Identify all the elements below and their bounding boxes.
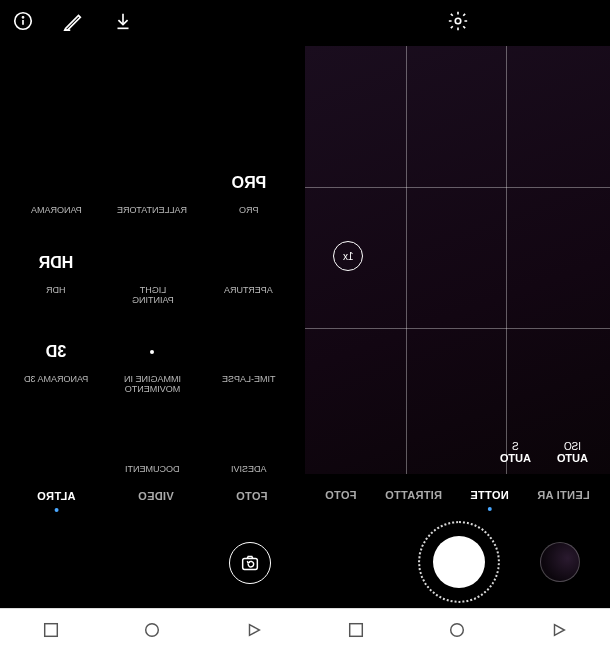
- mode-label: HDR: [46, 286, 66, 296]
- tab-lenti-ar[interactable]: LENTI AR: [535, 485, 592, 505]
- tab-foto[interactable]: FOTO: [234, 486, 270, 506]
- left-navbar: [0, 608, 305, 654]
- svg-marker-25: [250, 624, 260, 635]
- svg-rect-27: [350, 623, 363, 636]
- mode-label: PANORAMA 3D: [24, 375, 88, 385]
- liveimage-icon: [135, 335, 169, 369]
- slowmo-icon: [135, 166, 169, 200]
- mode-stickers[interactable]: ADESIVI: [201, 425, 297, 475]
- shutter-inner: [433, 536, 485, 588]
- panorama-icon: [39, 166, 73, 200]
- tab-ritratto[interactable]: RITRATTO: [383, 485, 444, 505]
- svg-marker-29: [555, 624, 565, 635]
- mode-lightpaint[interactable]: LIGHT PAINTING: [104, 246, 200, 306]
- mode-aperture[interactable]: APERTURA: [201, 246, 297, 306]
- mode-label: LIGHT PAINTING: [132, 286, 174, 306]
- document-icon: [135, 425, 169, 459]
- readout-shutter[interactable]: S AUTO: [500, 441, 531, 464]
- hdr-icon: HDR: [39, 246, 73, 280]
- mode-label: TIME-LAPSE: [222, 375, 276, 385]
- mode-label: IMMAGINE IN MOVIMENTO: [124, 375, 181, 395]
- readout-val: AUTO: [500, 452, 531, 464]
- zoom-indicator[interactable]: 1x: [333, 241, 363, 271]
- nav-recent-icon[interactable]: [42, 621, 60, 643]
- svg-point-14: [150, 350, 154, 354]
- aperture-icon: [232, 246, 266, 280]
- grid-line: [406, 46, 407, 474]
- nav-back-icon[interactable]: [245, 621, 263, 643]
- mode-pro[interactable]: PRO PRO: [201, 166, 297, 216]
- mode-label: PANORAMA: [31, 206, 82, 216]
- tab-video[interactable]: VIDEO: [136, 486, 176, 506]
- mode-panorama3d[interactable]: 3D PANORAMA 3D: [8, 335, 104, 395]
- mode-label: PRO: [239, 206, 259, 216]
- mode-label: APERTURA: [224, 286, 273, 296]
- pencil-icon[interactable]: [62, 10, 84, 36]
- mode-label: ADESIVI: [231, 465, 267, 475]
- grid-line: [506, 46, 507, 474]
- nav-back-icon[interactable]: [550, 621, 568, 643]
- switch-camera-button[interactable]: [229, 542, 271, 584]
- readout-iso[interactable]: ISO AUTO: [557, 441, 588, 464]
- pro-icon: PRO: [232, 166, 266, 200]
- nav-home-icon[interactable]: [448, 621, 466, 643]
- more-modes-panel: PANORAMA RALLENTATORE PRO PRO HDR HDR: [0, 0, 305, 654]
- shutter-button[interactable]: [426, 529, 492, 595]
- readout-key: S: [500, 441, 531, 452]
- 3d-icon: 3D: [39, 335, 73, 369]
- mode-label: RALLENTATORE: [117, 206, 187, 216]
- svg-rect-22: [243, 558, 258, 569]
- mode-timelapse[interactable]: TIME-LAPSE: [201, 335, 297, 395]
- mode-label: DOCUMENTI: [125, 465, 180, 475]
- nav-home-icon[interactable]: [143, 621, 161, 643]
- mode-grid: PANORAMA RALLENTATORE PRO PRO HDR HDR: [0, 166, 305, 475]
- mode-liveimage[interactable]: IMMAGINE IN MOVIMENTO: [104, 335, 200, 395]
- stamp-icon: [232, 425, 266, 459]
- info-icon[interactable]: [12, 10, 34, 36]
- left-mode-tabs[interactable]: ALTRO VIDEO FOTO: [0, 475, 305, 517]
- camera-panel: 1x ISO AUTO S AUTO FOTO RITRATTO NOTTE L…: [305, 0, 610, 654]
- svg-point-24: [146, 623, 159, 636]
- right-topbar: [305, 0, 610, 46]
- nav-recent-icon[interactable]: [347, 621, 365, 643]
- timelapse-icon: [232, 335, 266, 369]
- gallery-thumbnail[interactable]: [540, 542, 580, 582]
- right-mode-tabs[interactable]: FOTO RITRATTO NOTTE LENTI AR: [305, 474, 610, 516]
- grid-line: [305, 328, 610, 329]
- tab-notte[interactable]: NOTTE: [468, 485, 511, 505]
- mode-panorama[interactable]: PANORAMA: [8, 166, 104, 216]
- mode-documents[interactable]: DOCUMENTI: [104, 425, 200, 475]
- svg-point-2: [22, 17, 23, 18]
- svg-rect-23: [45, 623, 58, 636]
- svg-point-7: [147, 178, 157, 188]
- right-navbar: [305, 608, 610, 654]
- readout-key: ISO: [557, 441, 588, 452]
- gear-icon[interactable]: [447, 10, 469, 36]
- left-topbar: [0, 0, 305, 46]
- tab-altro[interactable]: ALTRO: [35, 486, 78, 506]
- viewfinder[interactable]: 1x ISO AUTO S AUTO: [305, 46, 610, 474]
- svg-point-28: [451, 623, 464, 636]
- zoom-value: 1x: [343, 251, 354, 262]
- download-icon[interactable]: [112, 10, 134, 36]
- mode-hdr[interactable]: HDR HDR: [8, 246, 104, 306]
- lightpaint-icon: [135, 246, 169, 280]
- mode-slowmo[interactable]: RALLENTATORE: [104, 166, 200, 216]
- exposure-readouts: ISO AUTO S AUTO: [500, 441, 588, 464]
- left-controls: [0, 517, 305, 608]
- tab-foto[interactable]: FOTO: [323, 485, 359, 505]
- svg-point-26: [455, 18, 461, 24]
- right-controls: [305, 516, 610, 608]
- grid-line: [305, 187, 610, 188]
- svg-point-11: [237, 251, 261, 275]
- readout-val: AUTO: [557, 452, 588, 464]
